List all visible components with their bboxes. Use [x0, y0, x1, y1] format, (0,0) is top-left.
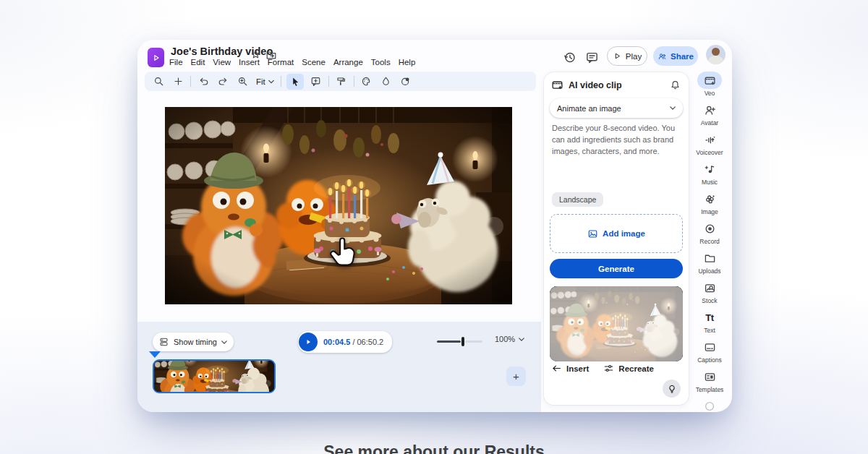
undo-icon[interactable] — [196, 74, 210, 89]
sidebar-item-image[interactable]: Image — [690, 190, 729, 220]
slider-thumb[interactable] — [461, 337, 464, 346]
share-button-label: Share — [671, 52, 694, 61]
generated-preview[interactable] — [550, 286, 683, 361]
text-icon: Tt — [705, 313, 713, 322]
menu-view[interactable]: View — [213, 58, 231, 67]
adjust-icon[interactable] — [399, 74, 413, 89]
insert-button[interactable]: Insert — [551, 363, 589, 374]
ai-video-panel: AI video clip Animate an image Describe … — [544, 72, 689, 405]
prompt-placeholder: Describe your 8-second video. You can ad… — [550, 119, 683, 162]
menu-help[interactable]: Help — [399, 58, 416, 67]
toolbar-divider — [328, 76, 329, 87]
timeline-play-button[interactable] — [299, 333, 318, 351]
add-image-label: Add image — [603, 229, 645, 238]
cursor-arrow-icon — [290, 77, 300, 87]
search-icon[interactable] — [151, 74, 166, 89]
ai-clip-icon — [551, 79, 563, 91]
menu-tools[interactable]: Tools — [371, 58, 391, 67]
add-comment-icon[interactable] — [309, 74, 323, 89]
image-icon — [704, 193, 716, 205]
toolbar-divider — [190, 76, 191, 87]
sidebar-item-voiceover[interactable]: Voiceover — [690, 131, 729, 160]
timing-icon — [159, 337, 169, 347]
zoom-in-icon[interactable] — [235, 74, 250, 89]
chevron-down-icon — [519, 338, 524, 341]
show-timing-label: Show timing — [174, 338, 217, 346]
tips-button[interactable] — [663, 380, 681, 398]
comments-icon[interactable] — [584, 49, 600, 65]
panel-title: AI video clip — [569, 80, 622, 90]
video-canvas[interactable] — [165, 107, 512, 304]
recreate-button[interactable]: Recreate — [603, 363, 654, 374]
sidebar-item-uploads[interactable]: Uploads — [690, 249, 729, 279]
aspect-ratio-chip[interactable]: Landscape — [552, 192, 603, 207]
show-timing-dropdown[interactable]: Show timing — [153, 333, 234, 351]
avatar-body — [708, 56, 723, 64]
chevron-down-icon — [221, 340, 227, 344]
shape-fill-icon[interactable] — [379, 74, 393, 89]
prompt-input[interactable]: Describe your 8-second video. You can ad… — [550, 119, 683, 210]
tools-sidebar: Veo Avatar Voiceover Music Image Record … — [690, 72, 729, 413]
notifications-bell-icon[interactable] — [670, 80, 681, 90]
add-image-button[interactable]: Add image — [550, 214, 683, 253]
stock-icon — [704, 282, 716, 294]
insert-label: Insert — [566, 364, 589, 373]
current-time: 00:04.5 — [323, 338, 350, 346]
record-icon — [704, 223, 716, 235]
playback-time: 00:04.5 / 06:50.2 — [298, 331, 392, 353]
chevron-down-icon — [670, 106, 676, 110]
palette-icon[interactable] — [359, 74, 374, 89]
sidebar-item-veo[interactable]: Veo — [690, 72, 729, 101]
menu-file[interactable]: File — [169, 58, 183, 67]
add-icon[interactable] — [171, 74, 185, 89]
chevron-down-icon — [268, 80, 274, 84]
select-tool-icon[interactable] — [286, 74, 304, 90]
menu-arrange[interactable]: Arrange — [333, 58, 363, 67]
menu-format[interactable]: Format — [268, 58, 294, 67]
playhead-marker[interactable] — [149, 351, 161, 358]
fit-zoom-dropdown[interactable]: Fit — [255, 77, 276, 86]
sidebar-item-templates[interactable]: Templates — [690, 368, 729, 398]
app-window: Joe's Birthday video File Edit View Inse… — [137, 40, 732, 412]
tune-icon — [603, 363, 614, 374]
toolbar-divider — [354, 76, 354, 87]
version-history-icon[interactable] — [561, 49, 577, 65]
avatar[interactable] — [706, 45, 726, 64]
animation-mode-dropdown[interactable]: Animate an image — [550, 98, 683, 118]
voiceover-icon — [704, 134, 716, 146]
hand-cursor-icon — [326, 234, 359, 267]
sidebar-item-captions[interactable]: Captions — [690, 338, 729, 368]
vids-app-icon[interactable] — [148, 48, 164, 67]
paint-format-icon[interactable] — [334, 74, 349, 89]
menu-edit[interactable]: Edit — [191, 58, 205, 67]
zoom-slider[interactable] — [437, 335, 482, 347]
animation-mode-value: Animate an image — [557, 104, 621, 113]
sidebar-item-record[interactable]: Record — [690, 220, 729, 249]
captions-icon — [704, 341, 716, 354]
sidebar-item-music[interactable]: Music — [690, 160, 729, 190]
add-scene-button[interactable]: + — [506, 367, 526, 386]
avatar-icon — [704, 104, 716, 116]
sidebar-item-avatar[interactable]: Avatar — [690, 101, 729, 131]
timeline-clip[interactable] — [153, 359, 276, 393]
menu-insert[interactable]: Insert — [239, 58, 260, 67]
clip-filmstrip — [154, 361, 274, 392]
avatar-head — [712, 48, 720, 56]
sidebar-item-stock[interactable]: Stock — [690, 279, 729, 309]
fit-label: Fit — [256, 77, 265, 86]
share-button[interactable]: Share — [653, 46, 698, 66]
zoom-level-value: 100% — [495, 335, 515, 343]
zoom-level-dropdown[interactable]: 100% — [495, 335, 524, 343]
total-time: 06:50.2 — [357, 338, 384, 346]
generate-button[interactable]: Generate — [550, 259, 683, 278]
play-button[interactable]: Play — [607, 46, 647, 66]
play-logo-icon — [152, 53, 161, 62]
panel-header: AI video clip — [551, 79, 622, 91]
menu-bar: File Edit View Insert Format Scene Arran… — [169, 58, 415, 67]
play-icon — [304, 338, 312, 346]
redo-icon[interactable] — [216, 74, 230, 89]
toolbar: Fit — [145, 72, 536, 91]
sidebar-item-text[interactable]: Tt Text — [690, 309, 729, 338]
menu-scene[interactable]: Scene — [302, 58, 326, 67]
uploads-icon — [704, 252, 716, 265]
